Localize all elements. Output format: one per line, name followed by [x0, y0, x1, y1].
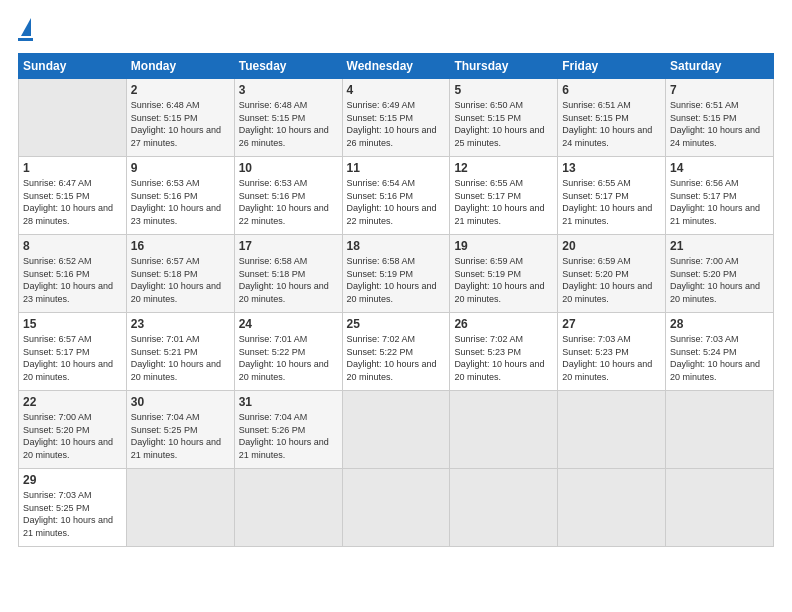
- calendar-cell: [450, 469, 558, 547]
- calendar-cell: 12Sunrise: 6:55 AM Sunset: 5:17 PM Dayli…: [450, 157, 558, 235]
- calendar-cell: 3Sunrise: 6:48 AM Sunset: 5:15 PM Daylig…: [234, 79, 342, 157]
- calendar-cell: 16Sunrise: 6:57 AM Sunset: 5:18 PM Dayli…: [126, 235, 234, 313]
- day-number: 26: [454, 317, 553, 331]
- day-number: 3: [239, 83, 338, 97]
- day-content: Sunrise: 6:51 AM Sunset: 5:15 PM Dayligh…: [670, 99, 769, 149]
- day-number: 19: [454, 239, 553, 253]
- calendar-cell: 27Sunrise: 7:03 AM Sunset: 5:23 PM Dayli…: [558, 313, 666, 391]
- day-number: 7: [670, 83, 769, 97]
- calendar-row-3: 15Sunrise: 6:57 AM Sunset: 5:17 PM Dayli…: [19, 313, 774, 391]
- calendar-cell: 17Sunrise: 6:58 AM Sunset: 5:18 PM Dayli…: [234, 235, 342, 313]
- day-number: 20: [562, 239, 661, 253]
- day-number: 15: [23, 317, 122, 331]
- calendar-cell: 24Sunrise: 7:01 AM Sunset: 5:22 PM Dayli…: [234, 313, 342, 391]
- day-content: Sunrise: 7:01 AM Sunset: 5:21 PM Dayligh…: [131, 333, 230, 383]
- calendar-cell: [342, 391, 450, 469]
- calendar-cell: [558, 469, 666, 547]
- page: SundayMondayTuesdayWednesdayThursdayFrid…: [0, 0, 792, 557]
- calendar-table: SundayMondayTuesdayWednesdayThursdayFrid…: [18, 53, 774, 547]
- calendar-cell: [19, 79, 127, 157]
- day-number: 6: [562, 83, 661, 97]
- calendar-cell: 23Sunrise: 7:01 AM Sunset: 5:21 PM Dayli…: [126, 313, 234, 391]
- day-number: 12: [454, 161, 553, 175]
- day-content: Sunrise: 7:02 AM Sunset: 5:23 PM Dayligh…: [454, 333, 553, 383]
- calendar-cell: 22Sunrise: 7:00 AM Sunset: 5:20 PM Dayli…: [19, 391, 127, 469]
- calendar-cell: 2Sunrise: 6:48 AM Sunset: 5:15 PM Daylig…: [126, 79, 234, 157]
- calendar-cell: 21Sunrise: 7:00 AM Sunset: 5:20 PM Dayli…: [666, 235, 774, 313]
- calendar-cell: 20Sunrise: 6:59 AM Sunset: 5:20 PM Dayli…: [558, 235, 666, 313]
- calendar-cell: 30Sunrise: 7:04 AM Sunset: 5:25 PM Dayli…: [126, 391, 234, 469]
- day-number: 1: [23, 161, 122, 175]
- column-header-saturday: Saturday: [666, 54, 774, 79]
- day-content: Sunrise: 7:04 AM Sunset: 5:25 PM Dayligh…: [131, 411, 230, 461]
- column-header-thursday: Thursday: [450, 54, 558, 79]
- calendar-cell: 6Sunrise: 6:51 AM Sunset: 5:15 PM Daylig…: [558, 79, 666, 157]
- day-content: Sunrise: 6:59 AM Sunset: 5:19 PM Dayligh…: [454, 255, 553, 305]
- day-content: Sunrise: 6:55 AM Sunset: 5:17 PM Dayligh…: [562, 177, 661, 227]
- day-number: 21: [670, 239, 769, 253]
- calendar-row-1: 1Sunrise: 6:47 AM Sunset: 5:15 PM Daylig…: [19, 157, 774, 235]
- calendar-cell: [558, 391, 666, 469]
- day-number: 4: [347, 83, 446, 97]
- column-header-sunday: Sunday: [19, 54, 127, 79]
- calendar-cell: 11Sunrise: 6:54 AM Sunset: 5:16 PM Dayli…: [342, 157, 450, 235]
- day-content: Sunrise: 6:57 AM Sunset: 5:17 PM Dayligh…: [23, 333, 122, 383]
- calendar-cell: 14Sunrise: 6:56 AM Sunset: 5:17 PM Dayli…: [666, 157, 774, 235]
- calendar-cell: [234, 469, 342, 547]
- day-number: 5: [454, 83, 553, 97]
- calendar-cell: 10Sunrise: 6:53 AM Sunset: 5:16 PM Dayli…: [234, 157, 342, 235]
- calendar-cell: 29Sunrise: 7:03 AM Sunset: 5:25 PM Dayli…: [19, 469, 127, 547]
- calendar-row-5: 29Sunrise: 7:03 AM Sunset: 5:25 PM Dayli…: [19, 469, 774, 547]
- day-number: 30: [131, 395, 230, 409]
- day-number: 28: [670, 317, 769, 331]
- day-number: 9: [131, 161, 230, 175]
- day-content: Sunrise: 7:00 AM Sunset: 5:20 PM Dayligh…: [670, 255, 769, 305]
- calendar-cell: 1Sunrise: 6:47 AM Sunset: 5:15 PM Daylig…: [19, 157, 127, 235]
- day-content: Sunrise: 6:47 AM Sunset: 5:15 PM Dayligh…: [23, 177, 122, 227]
- header-row: SundayMondayTuesdayWednesdayThursdayFrid…: [19, 54, 774, 79]
- calendar-cell: [342, 469, 450, 547]
- column-header-monday: Monday: [126, 54, 234, 79]
- calendar-cell: 5Sunrise: 6:50 AM Sunset: 5:15 PM Daylig…: [450, 79, 558, 157]
- calendar-cell: 31Sunrise: 7:04 AM Sunset: 5:26 PM Dayli…: [234, 391, 342, 469]
- day-content: Sunrise: 6:58 AM Sunset: 5:18 PM Dayligh…: [239, 255, 338, 305]
- header: [18, 18, 774, 41]
- calendar-cell: 9Sunrise: 6:53 AM Sunset: 5:16 PM Daylig…: [126, 157, 234, 235]
- calendar-cell: 7Sunrise: 6:51 AM Sunset: 5:15 PM Daylig…: [666, 79, 774, 157]
- day-number: 23: [131, 317, 230, 331]
- day-content: Sunrise: 6:59 AM Sunset: 5:20 PM Dayligh…: [562, 255, 661, 305]
- day-content: Sunrise: 7:01 AM Sunset: 5:22 PM Dayligh…: [239, 333, 338, 383]
- calendar-cell: 19Sunrise: 6:59 AM Sunset: 5:19 PM Dayli…: [450, 235, 558, 313]
- day-number: 13: [562, 161, 661, 175]
- calendar-cell: 28Sunrise: 7:03 AM Sunset: 5:24 PM Dayli…: [666, 313, 774, 391]
- calendar-cell: 25Sunrise: 7:02 AM Sunset: 5:22 PM Dayli…: [342, 313, 450, 391]
- day-number: 11: [347, 161, 446, 175]
- column-header-tuesday: Tuesday: [234, 54, 342, 79]
- day-content: Sunrise: 6:48 AM Sunset: 5:15 PM Dayligh…: [239, 99, 338, 149]
- day-number: 16: [131, 239, 230, 253]
- calendar-cell: 8Sunrise: 6:52 AM Sunset: 5:16 PM Daylig…: [19, 235, 127, 313]
- day-number: 2: [131, 83, 230, 97]
- day-content: Sunrise: 6:52 AM Sunset: 5:16 PM Dayligh…: [23, 255, 122, 305]
- calendar-cell: 26Sunrise: 7:02 AM Sunset: 5:23 PM Dayli…: [450, 313, 558, 391]
- day-content: Sunrise: 6:49 AM Sunset: 5:15 PM Dayligh…: [347, 99, 446, 149]
- day-content: Sunrise: 7:03 AM Sunset: 5:24 PM Dayligh…: [670, 333, 769, 383]
- day-number: 27: [562, 317, 661, 331]
- calendar-cell: [666, 469, 774, 547]
- calendar-cell: 4Sunrise: 6:49 AM Sunset: 5:15 PM Daylig…: [342, 79, 450, 157]
- day-number: 31: [239, 395, 338, 409]
- calendar-cell: 18Sunrise: 6:58 AM Sunset: 5:19 PM Dayli…: [342, 235, 450, 313]
- logo: [18, 18, 33, 41]
- day-number: 17: [239, 239, 338, 253]
- day-content: Sunrise: 6:48 AM Sunset: 5:15 PM Dayligh…: [131, 99, 230, 149]
- calendar-cell: 13Sunrise: 6:55 AM Sunset: 5:17 PM Dayli…: [558, 157, 666, 235]
- day-content: Sunrise: 7:02 AM Sunset: 5:22 PM Dayligh…: [347, 333, 446, 383]
- day-content: Sunrise: 6:55 AM Sunset: 5:17 PM Dayligh…: [454, 177, 553, 227]
- calendar-row-0: 2Sunrise: 6:48 AM Sunset: 5:15 PM Daylig…: [19, 79, 774, 157]
- day-number: 24: [239, 317, 338, 331]
- day-content: Sunrise: 6:56 AM Sunset: 5:17 PM Dayligh…: [670, 177, 769, 227]
- logo-underline: [18, 38, 33, 41]
- column-header-friday: Friday: [558, 54, 666, 79]
- day-content: Sunrise: 6:57 AM Sunset: 5:18 PM Dayligh…: [131, 255, 230, 305]
- day-content: Sunrise: 6:58 AM Sunset: 5:19 PM Dayligh…: [347, 255, 446, 305]
